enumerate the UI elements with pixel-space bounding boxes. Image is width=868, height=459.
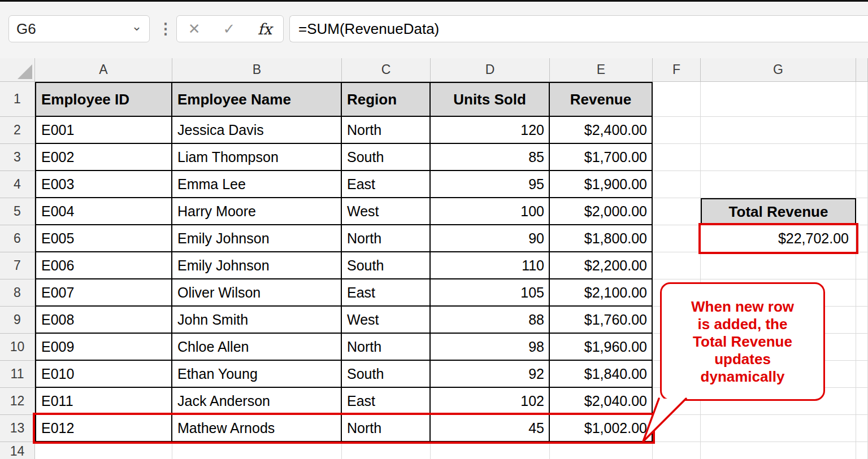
cell-C2[interactable]: North [342,117,431,144]
cell-D5[interactable]: 100 [431,198,550,225]
cell-F2[interactable] [653,117,701,144]
cell-A5[interactable]: E004 [35,198,172,225]
formula-input[interactable]: =SUM(RevenueData) [289,15,868,42]
chevron-down-icon[interactable]: ⌄ [124,19,149,38]
cell-B7[interactable]: Emily Johnson [172,252,342,279]
insert-function-icon[interactable]: fx [258,20,272,38]
row-header-4[interactable]: 4 [0,171,35,198]
cell-A11[interactable]: E010 [35,361,172,388]
cell-C3[interactable]: South [342,144,431,171]
cell-B13[interactable]: Mathew Arnods [172,415,342,442]
cell-G7[interactable] [701,252,856,279]
cell-overflow-10[interactable] [856,334,868,361]
cell-E10[interactable]: $1,960.00 [550,334,653,361]
cell-D14[interactable] [431,442,550,459]
row-header-11[interactable]: 11 [0,361,35,388]
cell-D1[interactable]: Units Sold [431,82,550,117]
name-box[interactable]: G6 ⌄ [8,15,150,42]
cancel-icon[interactable]: ✕ [188,20,201,38]
row-header-12[interactable]: 12 [0,388,35,415]
cell-A9[interactable]: E008 [35,307,172,334]
cell-D8[interactable]: 105 [431,279,550,307]
cell-B2[interactable]: Jessica Davis [172,117,342,144]
cell-A1[interactable]: Employee ID [35,82,172,117]
cell-B9[interactable]: John Smith [172,307,342,334]
cell-C7[interactable]: South [342,252,431,279]
cell-C5[interactable]: West [342,198,431,225]
cell-overflow-5[interactable] [856,198,868,225]
cell-G14[interactable] [701,442,856,459]
cell-E7[interactable]: $2,200.00 [550,252,653,279]
cell-F4[interactable] [653,171,701,198]
cell-G6[interactable]: $22,702.00 [701,225,856,252]
row-header-3[interactable]: 3 [0,144,35,171]
cell-E5[interactable]: $2,000.00 [550,198,653,225]
cell-D9[interactable]: 88 [431,307,550,334]
cell-D2[interactable]: 120 [431,117,550,144]
cell-C11[interactable]: South [342,361,431,388]
cell-G5[interactable]: Total Revenue [701,198,856,225]
cell-D11[interactable]: 92 [431,361,550,388]
row-header-9[interactable]: 9 [0,307,35,334]
column-header-F[interactable]: F [653,58,701,82]
cell-E2[interactable]: $2,400.00 [550,117,653,144]
cell-overflow-9[interactable] [856,307,868,334]
cell-overflow-12[interactable] [856,388,868,415]
cell-F14[interactable] [653,442,701,459]
cell-A2[interactable]: E001 [35,117,172,144]
cell-B10[interactable]: Chloe Allen [172,334,342,361]
cell-E6[interactable]: $1,800.00 [550,225,653,252]
cell-F6[interactable] [653,225,701,252]
cell-C1[interactable]: Region [342,82,431,117]
cell-overflow-4[interactable] [856,171,868,198]
cell-A8[interactable]: E007 [35,279,172,307]
formula-bar-handle-icon[interactable]: ⋮ [159,15,172,42]
cell-A12[interactable]: E011 [35,388,172,415]
cell-A14[interactable] [35,442,172,459]
cell-D12[interactable]: 102 [431,388,550,415]
row-header-8[interactable]: 8 [0,279,35,307]
cell-B5[interactable]: Harry Moore [172,198,342,225]
cell-A3[interactable]: E002 [35,144,172,171]
cell-E1[interactable]: Revenue [550,82,653,117]
cell-B11[interactable]: Ethan Young [172,361,342,388]
cell-F3[interactable] [653,144,701,171]
cell-B12[interactable]: Jack Anderson [172,388,342,415]
cell-E12[interactable]: $2,040.00 [550,388,653,415]
select-all-button[interactable] [0,58,35,82]
cell-D3[interactable]: 85 [431,144,550,171]
cell-D10[interactable]: 98 [431,334,550,361]
cell-C6[interactable]: North [342,225,431,252]
cell-D7[interactable]: 110 [431,252,550,279]
column-header-D[interactable]: D [431,58,550,82]
cell-G4[interactable] [701,171,856,198]
cell-B8[interactable]: Oliver Wilson [172,279,342,307]
cell-overflow-2[interactable] [856,117,868,144]
cell-E14[interactable] [550,442,653,459]
cell-B14[interactable] [172,442,342,459]
cell-E13[interactable]: $1,002.00 [550,415,653,442]
cell-overflow-7[interactable] [856,252,868,279]
cell-overflow-6[interactable] [856,225,868,252]
cell-A7[interactable]: E006 [35,252,172,279]
cell-A6[interactable]: E005 [35,225,172,252]
cell-G1[interactable] [701,82,856,117]
row-header-7[interactable]: 7 [0,252,35,279]
cell-A13[interactable]: E012 [35,415,172,442]
cell-A4[interactable]: E003 [35,171,172,198]
cell-F5[interactable] [653,198,701,225]
column-header-E[interactable]: E [550,58,653,82]
cell-F7[interactable] [653,252,701,279]
cell-B4[interactable]: Emma Lee [172,171,342,198]
column-header-C[interactable]: C [342,58,431,82]
cell-E8[interactable]: $2,100.00 [550,279,653,307]
column-header-G[interactable]: G [701,58,856,82]
cell-F1[interactable] [653,82,701,117]
cell-B1[interactable]: Employee Name [172,82,342,117]
cell-F13[interactable] [653,415,701,442]
row-header-5[interactable]: 5 [0,198,35,225]
cell-E11[interactable]: $1,840.00 [550,361,653,388]
row-header-13[interactable]: 13 [0,415,35,442]
cell-overflow-14[interactable] [856,442,868,459]
cell-D4[interactable]: 95 [431,171,550,198]
